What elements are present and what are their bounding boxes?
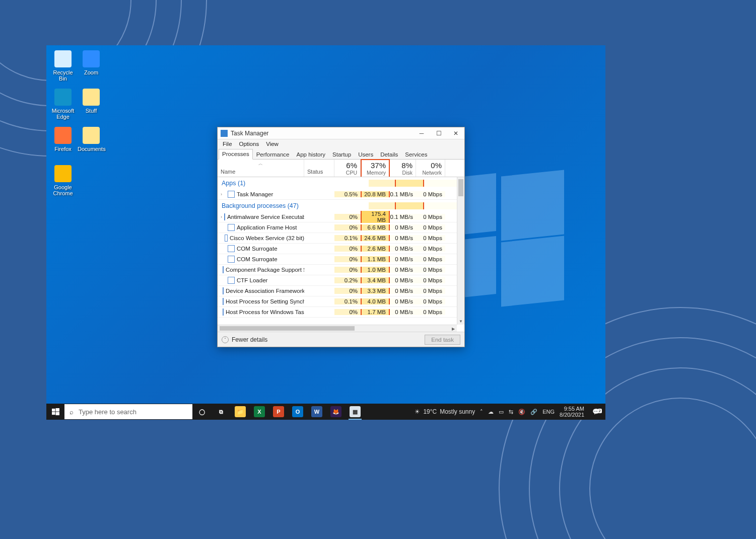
chevron-up-icon[interactable]: ˄ <box>222 336 229 343</box>
process-row[interactable]: Application Frame Host0%6.6 MB0 MB/s0 Mb… <box>218 222 464 233</box>
app-icon <box>83 50 100 67</box>
fewer-details-link[interactable]: Fewer details <box>232 336 267 343</box>
col-cpu[interactable]: 6% CPU <box>334 160 361 177</box>
tab-app-history[interactable]: App history <box>293 149 329 160</box>
desktop-icon-recycle-bin[interactable]: Recycle Bin <box>49 50 77 82</box>
action-center-button[interactable]: 💬 2 <box>589 408 602 415</box>
tray-icon-1[interactable]: ☁ <box>488 409 494 415</box>
tab-processes[interactable]: Processes <box>219 149 253 160</box>
desktop: Recycle BinZoomMicrosoft EdgeStuffFirefo… <box>46 45 605 420</box>
cpu-value: 0% <box>334 267 361 273</box>
process-icon <box>223 298 224 305</box>
weather-desc: Mostly sunny <box>440 408 475 415</box>
taskbar-task-view[interactable]: ⧉ <box>212 404 231 420</box>
col-memory[interactable]: 37% Memory <box>361 159 390 177</box>
desktop-icon-stuff[interactable]: Stuff <box>78 89 105 114</box>
col-status[interactable]: Status <box>304 160 334 177</box>
col-network[interactable]: 0% Network <box>416 160 445 177</box>
weather-temp: 19°C <box>423 408 437 415</box>
taskbar-word[interactable]: W <box>307 404 326 420</box>
process-icon <box>228 256 235 263</box>
desktop-icon-google-chrome[interactable]: Google Chrome <box>49 165 77 196</box>
weather-widget[interactable]: ☀ 19°C Mostly sunny <box>415 408 475 415</box>
notification-badge: 2 <box>598 409 602 413</box>
desktop-icon-zoom[interactable]: Zoom <box>78 50 105 75</box>
process-row[interactable]: Component Package Support S...0%1.0 MB0 … <box>218 265 464 275</box>
tab-startup[interactable]: Startup <box>329 149 355 160</box>
taskbar-cortana[interactable]: ◯ <box>192 404 212 420</box>
process-name: Device Association Framework ... <box>226 288 304 294</box>
taskbar-task-manager[interactable]: ▦ <box>346 404 365 420</box>
cpu-value: 0% <box>334 214 361 220</box>
svg-point-4 <box>590 398 756 539</box>
process-name: Host Process for Windows Tasks <box>226 309 304 315</box>
network-value: 0 Mbps <box>416 277 445 283</box>
tray-icon-2[interactable]: ▭ <box>499 409 504 415</box>
svg-rect-11 <box>55 412 59 415</box>
tab-services[interactable]: Services <box>401 149 431 160</box>
scroll-down-icon[interactable]: ▼ <box>457 318 464 325</box>
taskbar-powerpoint[interactable]: P <box>269 404 288 420</box>
search-icon: ⌕ <box>70 408 74 416</box>
tab-strip: Processes Performance App history Startu… <box>218 148 464 160</box>
col-disk[interactable]: 8% Disk <box>390 160 416 177</box>
language-indicator[interactable]: ENG <box>542 409 555 415</box>
end-task-button[interactable]: End task <box>425 335 460 345</box>
titlebar[interactable]: Task Manager ─ ☐ ✕ <box>218 127 464 139</box>
scroll-thumb[interactable] <box>458 179 463 196</box>
desktop-icon-firefox[interactable]: Firefox <box>49 127 77 152</box>
scroll-right-icon[interactable]: ▶ <box>450 325 457 332</box>
start-button[interactable] <box>46 404 64 420</box>
tray-icon-3[interactable]: ⇆ <box>509 409 513 415</box>
tab-performance[interactable]: Performance <box>253 149 293 160</box>
icon-label: Firefox <box>49 146 77 152</box>
icon-label: Google Chrome <box>49 184 77 196</box>
horizontal-scrollbar[interactable]: ◀ ▶ <box>218 325 457 332</box>
process-row[interactable]: Host Process for Windows Tasks0%1.7 MB0 … <box>218 307 464 318</box>
tray-icon-0[interactable]: ˄ <box>480 409 483 415</box>
network-value: 0 Mbps <box>416 298 445 304</box>
process-row[interactable]: CTF Loader0.2%3.4 MB0 MB/s0 Mbps <box>218 275 464 286</box>
minimize-button[interactable]: ─ <box>413 127 430 139</box>
expand-icon[interactable]: › <box>221 214 222 219</box>
process-icon <box>224 213 225 220</box>
cpu-value: 0.5% <box>334 191 361 197</box>
menu-file[interactable]: File <box>220 140 235 147</box>
search-box[interactable]: ⌕ Type here to search <box>64 404 192 419</box>
process-row[interactable]: ›Antimalware Service Executable0%175.4 M… <box>218 212 464 222</box>
disk-value: 0 MB/s <box>390 288 416 294</box>
tray-icon-5[interactable]: 🔗 <box>530 409 537 415</box>
taskbar-outlook[interactable]: O <box>288 404 307 420</box>
desktop-icon-microsoft-edge[interactable]: Microsoft Edge <box>49 89 77 120</box>
taskbar-firefox[interactable]: 🦊 <box>326 404 346 420</box>
icon-label: Stuff <box>78 108 105 114</box>
desktop-icon-documents[interactable]: Documents <box>78 127 105 152</box>
tab-users[interactable]: Users <box>355 149 377 160</box>
cortana-icon: ◯ <box>196 406 208 417</box>
menu-view[interactable]: View <box>263 140 282 147</box>
tab-details[interactable]: Details <box>377 149 401 160</box>
task-manager-window: Task Manager ─ ☐ ✕ File Options View Pro… <box>217 127 465 347</box>
process-row[interactable]: Host Process for Setting Synchr...0.1%4.… <box>218 296 464 307</box>
process-row[interactable]: COM Surrogate0%2.6 MB0 MB/s0 Mbps <box>218 244 464 254</box>
menu-options[interactable]: Options <box>236 140 262 147</box>
taskbar-excel[interactable]: X <box>250 404 269 420</box>
taskbar-file-explorer[interactable]: 📁 <box>231 404 250 420</box>
clock[interactable]: 9:55 AM 8/20/2021 <box>560 406 584 418</box>
scroll-thumb[interactable] <box>220 326 355 331</box>
process-list: Apps (1)›Task Manager0.5%20.8 MB0.1 MB/s… <box>218 177 464 332</box>
vertical-scrollbar[interactable]: ▲ ▼ <box>457 177 464 325</box>
svg-rect-8 <box>52 408 55 411</box>
network-value: 0 Mbps <box>416 224 445 230</box>
close-button[interactable]: ✕ <box>447 127 464 139</box>
process-row[interactable]: ›Task Manager0.5%20.8 MB0.1 MB/s0 Mbps <box>218 189 464 200</box>
process-row[interactable]: Cisco Webex Service (32 bit)0.1%24.6 MB0… <box>218 233 464 244</box>
process-row[interactable]: COM Surrogate0%1.1 MB0 MB/s0 Mbps <box>218 254 464 265</box>
expand-icon[interactable]: › <box>221 192 226 197</box>
process-row[interactable]: Device Association Framework ...0%3.3 MB… <box>218 286 464 296</box>
memory-value: 1.0 MB <box>361 267 390 273</box>
tray-icon-4[interactable]: 🔇 <box>518 409 525 415</box>
col-name[interactable]: ︿ Name <box>218 160 304 177</box>
footer: ˄ Fewer details End task <box>218 332 464 347</box>
maximize-button[interactable]: ☐ <box>430 127 447 139</box>
